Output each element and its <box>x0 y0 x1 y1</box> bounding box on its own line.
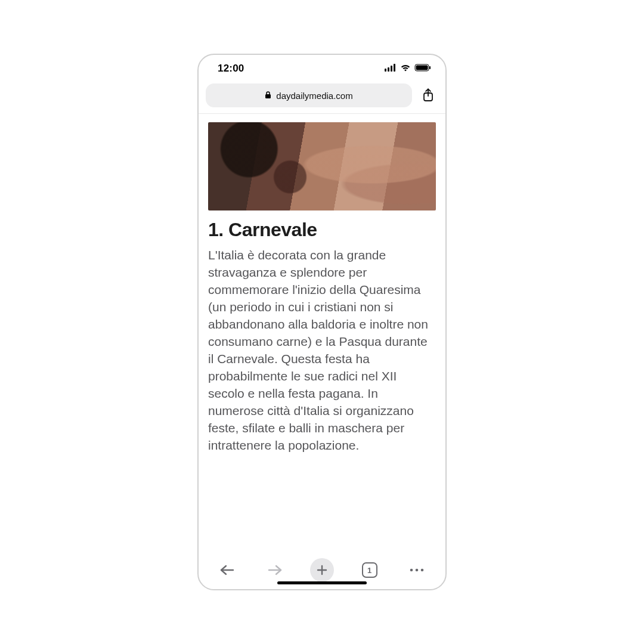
new-tab-button[interactable] <box>310 558 334 582</box>
svg-rect-5 <box>416 66 428 70</box>
lock-icon <box>265 91 271 101</box>
svg-rect-0 <box>385 69 386 72</box>
browser-chrome-top: daydailymedia.com <box>199 82 445 114</box>
back-button[interactable] <box>215 558 239 582</box>
url-domain: daydailymedia.com <box>276 91 352 101</box>
svg-point-15 <box>416 569 419 572</box>
status-time: 12:00 <box>218 63 244 75</box>
forward-button[interactable] <box>263 558 287 582</box>
article-body: L'Italia è decorata con la grande strava… <box>208 247 436 454</box>
svg-point-14 <box>410 569 413 572</box>
cellular-icon <box>385 63 397 74</box>
svg-rect-1 <box>388 67 389 72</box>
home-indicator[interactable] <box>277 581 367 584</box>
article-hero-image <box>208 122 436 210</box>
svg-rect-2 <box>391 66 392 72</box>
svg-rect-3 <box>394 64 395 72</box>
article-title: 1. Carnevale <box>208 219 436 241</box>
svg-point-16 <box>421 569 424 572</box>
tabs-count-badge: 1 <box>362 562 377 578</box>
status-bar: 12:00 <box>199 55 445 82</box>
svg-rect-7 <box>265 94 271 98</box>
tabs-button[interactable]: 1 <box>358 558 382 582</box>
battery-icon <box>414 63 431 74</box>
page-content[interactable]: 1. Carnevale L'Italia è decorata con la … <box>199 114 445 551</box>
menu-button[interactable] <box>405 558 429 582</box>
svg-rect-6 <box>429 66 431 69</box>
address-bar[interactable]: daydailymedia.com <box>206 83 412 107</box>
share-button[interactable] <box>418 85 438 106</box>
status-icons <box>385 63 431 74</box>
wifi-icon <box>400 63 411 74</box>
phone-frame: 12:00 <box>197 54 447 590</box>
